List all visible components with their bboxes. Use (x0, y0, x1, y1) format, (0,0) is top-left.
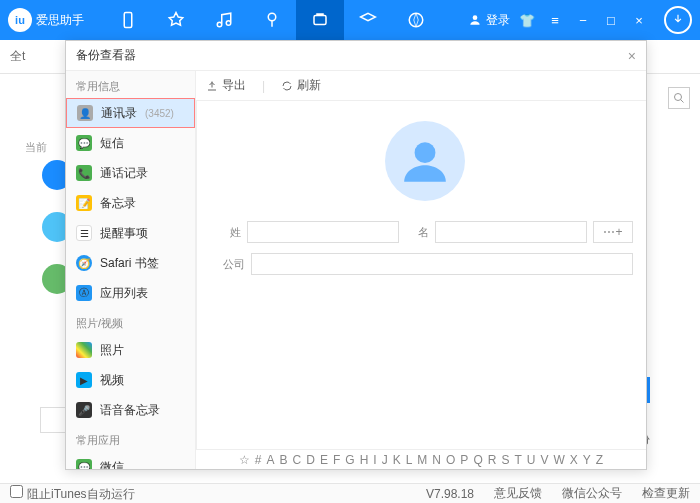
alpha-letter[interactable]: R (487, 453, 498, 467)
alpha-letter[interactable]: ☆ (238, 453, 251, 467)
alpha-letter[interactable]: A (266, 453, 276, 467)
alpha-letter[interactable]: # (254, 453, 263, 467)
alpha-letter[interactable]: Y (582, 453, 592, 467)
alpha-index: ☆#ABCDEFGHIJKLMNOPQRSTUVWXYZ (196, 449, 646, 469)
bg-tab: 全t (10, 48, 25, 65)
version-label: V7.98.18 (426, 487, 474, 501)
notes-icon: 📝 (76, 195, 92, 211)
backup-viewer-modal: 备份查看器 × 常用信息 👤 通讯录 (3452) 💬 短信 📞 通话记录 📝 … (65, 40, 647, 470)
alpha-letter[interactable]: Q (472, 453, 483, 467)
section-header: 常用信息 (66, 71, 195, 98)
alpha-letter[interactable]: W (552, 453, 565, 467)
mic-icon: 🎤 (76, 402, 92, 418)
contact-detail: 姓 名 ⋯+ 公司 (197, 101, 646, 449)
sidebar-item-contacts[interactable]: 👤 通讯录 (3452) (66, 98, 195, 128)
svg-point-16 (415, 142, 436, 163)
alpha-letter[interactable]: H (359, 453, 370, 467)
lastname-label: 姓 (217, 221, 241, 243)
firstname-input[interactable] (435, 221, 587, 243)
alpha-letter[interactable]: K (392, 453, 402, 467)
sms-icon: 💬 (76, 135, 92, 151)
lastname-input[interactable] (247, 221, 399, 243)
block-itunes-checkbox[interactable]: 阻止iTunes自动运行 (10, 485, 135, 503)
alpha-letter[interactable]: C (292, 453, 303, 467)
sidebar-item-calllog[interactable]: 📞 通话记录 (66, 158, 195, 188)
section-header: 照片/视频 (66, 308, 195, 335)
minimize-icon[interactable]: − (572, 9, 594, 31)
menu-icon[interactable]: ≡ (544, 9, 566, 31)
alpha-letter[interactable]: L (405, 453, 414, 467)
firstname-label: 名 (405, 221, 429, 243)
alpha-letter[interactable]: Z (595, 453, 604, 467)
maximize-icon[interactable]: □ (600, 9, 622, 31)
alpha-letter[interactable]: S (500, 453, 510, 467)
svg-rect-0 (124, 13, 132, 28)
alpha-letter[interactable]: M (416, 453, 428, 467)
svg-rect-2 (314, 16, 326, 25)
tab-apps[interactable] (152, 0, 200, 40)
bg-label: 当前 (25, 140, 47, 155)
sidebar-item-safari[interactable]: 🧭 Safari 书签 (66, 248, 195, 278)
svg-point-4 (473, 15, 478, 20)
tab-flash[interactable] (392, 0, 440, 40)
company-input[interactable] (251, 253, 633, 275)
svg-point-5 (675, 94, 682, 101)
photos-icon (76, 342, 92, 358)
sidebar-item-voicememos[interactable]: 🎤 语音备忘录 (66, 395, 195, 425)
sidebar-item-applist[interactable]: Ⓐ 应用列表 (66, 278, 195, 308)
alpha-letter[interactable]: J (381, 453, 389, 467)
wechat-link[interactable]: 微信公众号 (562, 485, 622, 502)
close-icon[interactable]: × (628, 48, 636, 64)
sidebar-item-sms[interactable]: 💬 短信 (66, 128, 195, 158)
video-icon: ▶ (76, 372, 92, 388)
alpha-letter[interactable]: P (459, 453, 469, 467)
alpha-letter[interactable]: T (513, 453, 522, 467)
app-logo: iu 爱思助手 (8, 8, 84, 32)
tab-ringtone[interactable] (248, 0, 296, 40)
wechat-icon: 💬 (76, 459, 92, 469)
sidebar-item-photos[interactable]: 照片 (66, 335, 195, 365)
feedback-link[interactable]: 意见反馈 (494, 485, 542, 502)
sidebar-item-videos[interactable]: ▶ 视频 (66, 365, 195, 395)
alpha-letter[interactable]: B (279, 453, 289, 467)
export-button[interactable]: 导出 (206, 77, 246, 94)
skin-icon[interactable]: 👕 (516, 9, 538, 31)
section-header: 常用应用 (66, 425, 195, 452)
modal-title: 备份查看器 (76, 47, 136, 64)
safari-icon: 🧭 (76, 255, 92, 271)
phone-icon: 📞 (76, 165, 92, 181)
svg-point-1 (268, 13, 276, 21)
alpha-letter[interactable]: U (526, 453, 537, 467)
alpha-letter[interactable]: I (372, 453, 377, 467)
sidebar: 常用信息 👤 通讯录 (3452) 💬 短信 📞 通话记录 📝 备忘录 ☰ 提醒… (66, 71, 196, 469)
close-icon[interactable]: × (628, 9, 650, 31)
alpha-letter[interactable]: X (569, 453, 579, 467)
download-icon[interactable] (664, 6, 692, 34)
update-link[interactable]: 检查更新 (642, 485, 690, 502)
alpha-letter[interactable]: V (539, 453, 549, 467)
search-icon[interactable] (668, 87, 690, 109)
contacts-icon: 👤 (77, 105, 93, 121)
sidebar-item-notes[interactable]: 📝 备忘录 (66, 188, 195, 218)
alpha-letter[interactable]: N (431, 453, 442, 467)
sidebar-item-wechat[interactable]: 💬 微信 (66, 452, 195, 469)
alpha-letter[interactable]: E (319, 453, 329, 467)
alpha-letter[interactable]: O (445, 453, 456, 467)
tab-music[interactable] (200, 0, 248, 40)
company-label: 公司 (217, 253, 245, 275)
tab-tools[interactable] (296, 0, 344, 40)
apps-icon: Ⓐ (76, 285, 92, 301)
tab-tutorial[interactable] (344, 0, 392, 40)
alpha-letter[interactable]: G (344, 453, 355, 467)
tab-device[interactable] (104, 0, 152, 40)
alpha-letter[interactable]: D (305, 453, 316, 467)
avatar (385, 121, 465, 201)
reminders-icon: ☰ (76, 225, 92, 241)
login-button[interactable]: 登录 (468, 12, 510, 29)
add-button[interactable]: ⋯+ (593, 221, 633, 243)
svg-point-3 (409, 13, 423, 27)
sidebar-item-reminders[interactable]: ☰ 提醒事项 (66, 218, 195, 248)
alpha-letter[interactable]: F (332, 453, 341, 467)
refresh-button[interactable]: 刷新 (281, 77, 321, 94)
